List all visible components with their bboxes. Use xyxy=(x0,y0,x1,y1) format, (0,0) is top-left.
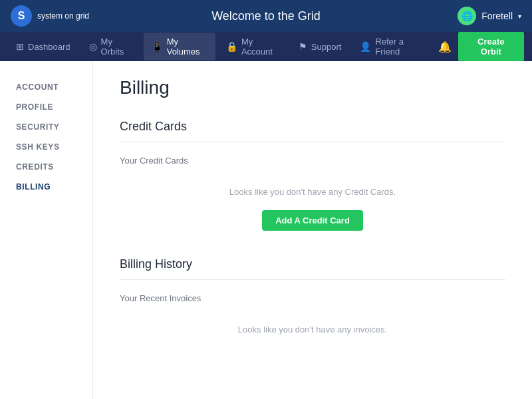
user-name: Foretell xyxy=(481,11,513,21)
logo-area: S system on grid xyxy=(11,5,89,27)
create-orbit-button[interactable]: Create Orbit xyxy=(458,31,524,62)
logo-text: system on grid xyxy=(37,11,89,21)
sidebar-item-ssh-keys[interactable]: SSH KEYS xyxy=(0,137,92,157)
nav-label-support: Support xyxy=(311,42,342,52)
nav-label-my-orbits: My Orbits xyxy=(101,37,133,57)
dashboard-icon: ⊞ xyxy=(16,41,24,52)
credit-cards-title: Credit Cards xyxy=(120,120,505,134)
billing-history-title: Billing History xyxy=(120,257,505,271)
content-area: Billing Credit Cards Your Credit Cards L… xyxy=(93,61,532,399)
support-icon: ⚑ xyxy=(299,41,307,52)
sidebar-item-account[interactable]: ACCOUNT xyxy=(0,77,92,97)
volumes-icon: 📱 xyxy=(152,41,163,52)
credit-cards-divider xyxy=(120,142,505,142)
sidebar-item-my-account[interactable]: 🔒 My Account xyxy=(218,33,288,61)
credit-cards-section: Credit Cards Your Credit Cards Looks lik… xyxy=(120,120,505,231)
billing-history-section: Billing History Your Recent Invoices Loo… xyxy=(120,257,505,348)
your-credit-cards-label: Your Credit Cards xyxy=(120,156,505,166)
top-bar: S system on grid Welcome to the Grid 🌐 F… xyxy=(0,0,532,32)
user-area[interactable]: 🌐 Foretell ▾ xyxy=(458,7,521,25)
refer-icon: 👤 xyxy=(360,41,371,52)
sidebar-item-refer-friend[interactable]: 👤 Refer a Friend xyxy=(352,33,431,61)
secondary-nav: ⊞ Dashboard ◎ My Orbits 📱 My Volumes 🔒 M… xyxy=(0,32,532,61)
billing-heading: Billing xyxy=(120,77,505,98)
avatar: 🌐 xyxy=(458,7,476,25)
chevron-down-icon: ▾ xyxy=(518,13,521,20)
nav-label-my-account: My Account xyxy=(241,37,280,57)
sidebar-item-my-orbits[interactable]: ◎ My Orbits xyxy=(81,33,141,61)
page-title: Welcome to the Grid xyxy=(211,9,321,23)
sidebar: ACCOUNT PROFILE SECURITY SSH KEYS CREDIT… xyxy=(0,61,93,399)
nav-label-my-volumes: My Volumes xyxy=(167,37,207,57)
notification-icon[interactable]: 🔔 xyxy=(434,37,456,57)
sidebar-item-security[interactable]: SECURITY xyxy=(0,117,92,137)
logo-icon: S xyxy=(11,5,32,27)
sidebar-item-credits[interactable]: CREDITS xyxy=(0,157,92,177)
no-credit-cards-message: Looks like you don't have any Credit Car… xyxy=(120,176,505,210)
no-invoices-message: Looks like you don't have any invoices. xyxy=(120,314,505,348)
sidebar-item-dashboard[interactable]: ⊞ Dashboard xyxy=(8,37,78,56)
orbits-icon: ◎ xyxy=(89,41,97,52)
sidebar-item-my-volumes[interactable]: 📱 My Volumes xyxy=(144,33,215,61)
sidebar-item-profile[interactable]: PROFILE xyxy=(0,97,92,117)
sidebar-item-billing[interactable]: BILLING xyxy=(0,177,92,197)
add-credit-card-button[interactable]: Add A Credit Card xyxy=(262,210,363,231)
recent-invoices-label: Your Recent Invoices xyxy=(120,293,505,303)
account-icon: 🔒 xyxy=(226,41,237,52)
main-layout: ACCOUNT PROFILE SECURITY SSH KEYS CREDIT… xyxy=(0,61,532,399)
nav-label-refer-friend: Refer a Friend xyxy=(375,37,423,57)
billing-history-divider xyxy=(120,279,505,280)
sidebar-item-support[interactable]: ⚑ Support xyxy=(291,37,350,56)
nav-label-dashboard: Dashboard xyxy=(28,42,70,52)
